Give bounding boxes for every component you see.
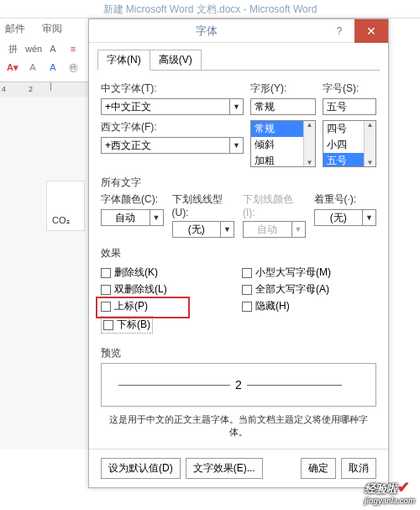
emph-value: (无) <box>315 210 363 225</box>
size-item-4[interactable]: 四号 <box>323 121 364 137</box>
style-input[interactable]: 常规 <box>250 98 316 115</box>
size-item-s4[interactable]: 小四 <box>323 137 364 153</box>
hidden-checkbox[interactable]: 隐藏(H) <box>242 299 376 313</box>
ruler-mark-2: 2 <box>29 85 33 93</box>
smallcaps-label: 小型大写字母(M) <box>255 266 331 280</box>
ruler-mark-4: 4 <box>2 85 6 93</box>
style-label: 字形(Y): <box>250 81 316 96</box>
all-text-label: 所有文字 <box>101 176 376 190</box>
tab-font-label: 字体(N) <box>107 54 141 66</box>
dstrike-label: 双删除线(L) <box>114 282 167 297</box>
watermark: 经验啦✔ jingyanla.com <box>365 478 415 505</box>
scrollbar[interactable]: ▲▼ <box>364 121 375 166</box>
font-color-icon[interactable]: A▾ <box>5 60 20 75</box>
ruler[interactable]: 4 2 <box>0 81 88 97</box>
en-font-label: 西文字体(F): <box>101 120 244 134</box>
strike-checkbox[interactable]: 删除线(K) <box>101 266 235 280</box>
cn-font-label: 中文字体(T): <box>101 81 244 96</box>
set-default-button[interactable]: 设为默认值(D) <box>101 458 181 479</box>
color-value: 自动 <box>102 210 150 225</box>
scrollbar[interactable]: ▲▼ <box>303 121 315 166</box>
dropdown-icon: ▼ <box>150 210 163 225</box>
preview-label: 预览 <box>101 346 376 360</box>
tab-advanced[interactable]: 高级(V) <box>150 50 202 71</box>
uline-label: 下划线线型(U): <box>172 192 235 218</box>
text-effects-button[interactable]: 文字效果(E)... <box>186 458 263 479</box>
smallcaps-checkbox[interactable]: 小型大写字母(M) <box>242 266 376 280</box>
size-listbox[interactable]: 四号 小四 五号 ▲▼ <box>323 120 376 167</box>
style-item-italic[interactable]: 倾斜 <box>251 137 303 153</box>
uline-value: (无) <box>173 222 221 237</box>
dropdown-icon: ▼ <box>229 99 243 114</box>
uline-select[interactable]: (无) ▼ <box>172 221 235 238</box>
tab-font[interactable]: 字体(N) <box>97 50 150 71</box>
page: CO₂ <box>46 181 85 231</box>
watermark-text: 经验啦 <box>365 482 397 495</box>
dstrike-checkbox[interactable]: 双删除线(L) <box>101 282 235 297</box>
text-effects-label: 文字效果(E)... <box>193 462 255 474</box>
help-button[interactable]: ? <box>324 25 354 37</box>
cn-font-value: +中文正文 <box>102 99 229 114</box>
ok-label: 确定 <box>308 462 328 474</box>
set-default-label: 设为默认值(D) <box>108 462 173 474</box>
emph-label: 着重号(·): <box>314 192 377 207</box>
check-icon: ✔ <box>397 479 410 496</box>
en-font-select[interactable]: +西文正文 ▼ <box>101 137 244 154</box>
font-dialog: 字体 ? ✕ 字体(N) 高级(V) 中文字体(T): +中文正文 ▼ 字形(Y… <box>88 18 389 488</box>
size-item-5[interactable]: 五号 <box>323 153 364 167</box>
ribbon-tab-review[interactable]: 审阅 <box>42 22 62 36</box>
app-title-bar: 新建 Microsoft Word 文档.docx - Microsoft Wo… <box>0 0 420 18</box>
dropdown-icon: ▼ <box>220 222 234 237</box>
preview-value: 2 <box>230 378 247 392</box>
uline-color-label: 下划线颜色(I): <box>243 192 306 218</box>
dialog-title: 字体 <box>89 24 324 39</box>
doc-text: CO₂ <box>52 215 70 226</box>
size-input[interactable]: 五号 <box>323 98 376 115</box>
dropdown-icon: ▼ <box>291 222 305 237</box>
size-value: 五号 <box>323 99 375 114</box>
ribbon-tab-mail[interactable]: 邮件 <box>5 22 25 36</box>
theme-note: 这是用于中文的正文主题字体。当前文档主题定义将使用哪种字体。 <box>101 413 376 439</box>
dropdown-icon: ▼ <box>362 210 375 225</box>
dropdown-icon: ▼ <box>229 138 243 153</box>
size-label: 字号(S): <box>323 81 376 96</box>
style-item-bold[interactable]: 加粗 <box>251 153 303 167</box>
style-listbox[interactable]: 常规 倾斜 加粗 ▲▼ <box>250 120 316 167</box>
highlight-icon[interactable]: A <box>25 60 40 75</box>
uline-color-value: 自动 <box>244 222 291 237</box>
emph-select[interactable]: (无) ▼ <box>314 209 377 226</box>
en-font-value: +西文正文 <box>102 138 229 153</box>
document-area[interactable]: CO₂ <box>0 97 88 450</box>
subscript-highlight-box <box>96 297 190 318</box>
ok-button[interactable]: 确定 <box>301 458 336 479</box>
cancel-label: 取消 <box>349 462 369 474</box>
hidden-label: 隐藏(H) <box>255 299 290 313</box>
sub-label: 下标(B) <box>117 318 150 332</box>
tab-advanced-label: 高级(V) <box>159 54 192 66</box>
enclose-icon[interactable]: ㊕ <box>66 60 81 75</box>
uline-color-select: 自动 ▼ <box>243 221 306 238</box>
color-select[interactable]: 自动 ▼ <box>101 209 164 226</box>
char-border-icon[interactable]: wén <box>25 41 40 56</box>
font-a-icon[interactable]: A <box>45 41 60 56</box>
cancel-button[interactable]: 取消 <box>341 458 376 479</box>
style-value: 常规 <box>251 99 315 114</box>
app-title: 新建 Microsoft Word 文档.docx - Microsoft Wo… <box>103 3 318 15</box>
close-button[interactable]: ✕ <box>354 19 388 43</box>
cn-font-select[interactable]: +中文正文 ▼ <box>101 98 244 115</box>
subscript-checkbox[interactable]: 下标(B) <box>101 316 153 334</box>
color-label: 字体颜色(C): <box>101 192 164 207</box>
bullets-icon[interactable]: ≡ <box>66 41 81 56</box>
allcaps-checkbox[interactable]: 全部大写字母(A) <box>242 282 376 297</box>
char-shading-icon[interactable]: A <box>45 60 60 75</box>
strike-label: 删除线(K) <box>114 266 158 280</box>
style-item-regular[interactable]: 常规 <box>251 121 303 137</box>
preview-box: 2 <box>101 363 376 407</box>
allcaps-label: 全部大写字母(A) <box>255 282 329 297</box>
pinyin-guide-icon[interactable]: 拼 <box>5 41 20 56</box>
effects-label: 效果 <box>101 246 376 260</box>
